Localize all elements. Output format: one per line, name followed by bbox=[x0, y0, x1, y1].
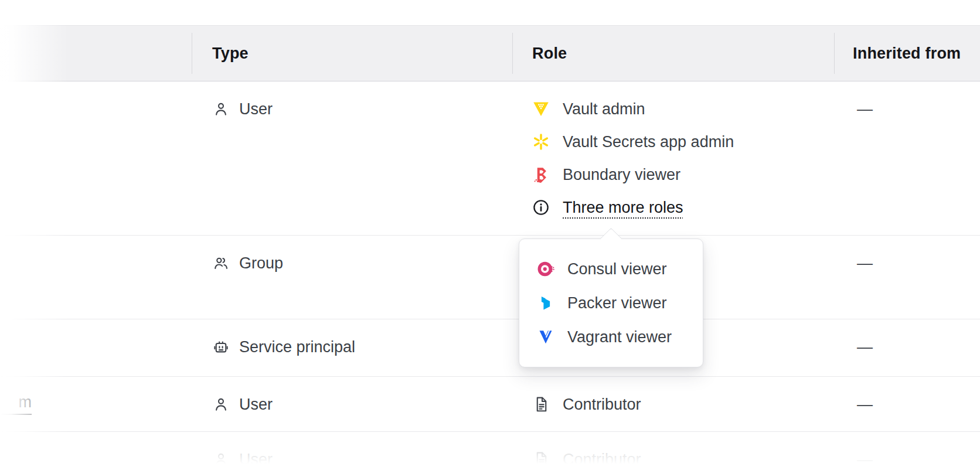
popover-role-item: Packer viewer bbox=[519, 286, 703, 320]
role-item: Contributor bbox=[532, 388, 641, 421]
type-cell: User bbox=[213, 388, 273, 421]
service-principal-icon bbox=[213, 339, 229, 355]
boundary-icon bbox=[532, 166, 550, 183]
vault-icon bbox=[532, 100, 550, 118]
user-icon bbox=[213, 101, 229, 117]
vault-secrets-icon bbox=[532, 133, 550, 151]
table-row: Service principal — bbox=[0, 319, 980, 377]
roles-popover: Consul viewer Packer viewer Vagrant view… bbox=[519, 239, 703, 367]
vagrant-icon bbox=[537, 328, 554, 346]
document-icon bbox=[532, 396, 550, 413]
table-body: User Vault admin Vau bbox=[0, 81, 980, 470]
column-header-inherited-from: Inherited from bbox=[853, 26, 961, 81]
popover-role-item: Vagrant viewer bbox=[519, 320, 703, 354]
roles-cell: Contributor bbox=[532, 443, 641, 470]
type-label: Service principal bbox=[239, 338, 355, 356]
popover-role-item: Consul viewer bbox=[519, 252, 703, 286]
role-label: Contributor bbox=[563, 451, 641, 469]
role-item: Vault admin bbox=[532, 93, 734, 125]
role-label: Boundary viewer bbox=[563, 166, 680, 184]
column-divider bbox=[512, 33, 513, 74]
type-cell: Service principal bbox=[213, 331, 355, 363]
member-name-link[interactable]: m bbox=[0, 394, 32, 415]
role-item: Contributor bbox=[532, 443, 641, 470]
inherited-from-value: — bbox=[857, 388, 873, 421]
role-item: Vault Secrets app admin bbox=[532, 125, 734, 158]
popover-role-label: Vagrant viewer bbox=[567, 328, 672, 346]
type-cell: User bbox=[213, 443, 273, 470]
info-icon bbox=[532, 199, 550, 216]
column-divider bbox=[834, 33, 835, 74]
popover-role-list: Consul viewer Packer viewer Vagrant view… bbox=[519, 252, 703, 354]
type-cell: Group bbox=[213, 247, 283, 280]
inherited-from-value: — bbox=[857, 331, 873, 363]
table-row: m User Contributor bbox=[0, 377, 980, 432]
packer-icon bbox=[537, 294, 554, 312]
type-label: Group bbox=[239, 254, 283, 273]
group-icon bbox=[213, 255, 229, 271]
table-row: User Contributor — bbox=[0, 432, 980, 470]
table-header: Type Role Inherited from bbox=[0, 25, 980, 81]
iam-members-table-screen: Type Role Inherited from User bbox=[0, 0, 980, 470]
role-label: Vault admin bbox=[563, 100, 645, 118]
roles-cell: Contributor bbox=[532, 388, 641, 421]
type-label: User bbox=[239, 396, 273, 414]
popover-role-label: Packer viewer bbox=[567, 294, 667, 312]
table-row: User Vault admin Vau bbox=[0, 81, 980, 236]
column-header-type: Type bbox=[212, 26, 249, 81]
column-divider bbox=[192, 33, 192, 74]
roles-cell: Vault admin Vault Secrets app admin bbox=[532, 93, 734, 224]
inherited-from-value: — bbox=[857, 443, 873, 470]
role-item: Boundary viewer bbox=[532, 158, 734, 191]
inherited-from-value: — bbox=[857, 93, 873, 125]
type-cell: User bbox=[213, 93, 273, 125]
more-roles-label[interactable]: Three more roles bbox=[563, 199, 683, 217]
table-row: Group — bbox=[0, 236, 980, 319]
type-label: User bbox=[239, 100, 273, 118]
document-icon bbox=[532, 451, 550, 468]
user-icon bbox=[213, 451, 229, 468]
member-name-cell[interactable]: m bbox=[0, 388, 32, 421]
consul-icon bbox=[537, 260, 554, 278]
user-icon bbox=[213, 396, 229, 413]
role-label: Vault Secrets app admin bbox=[563, 133, 734, 151]
inherited-from-value: — bbox=[857, 247, 873, 280]
type-label: User bbox=[239, 451, 273, 469]
popover-role-label: Consul viewer bbox=[567, 260, 667, 278]
role-label: Contributor bbox=[563, 396, 641, 414]
column-header-role: Role bbox=[532, 26, 567, 81]
more-roles-trigger[interactable]: Three more roles bbox=[532, 191, 734, 224]
